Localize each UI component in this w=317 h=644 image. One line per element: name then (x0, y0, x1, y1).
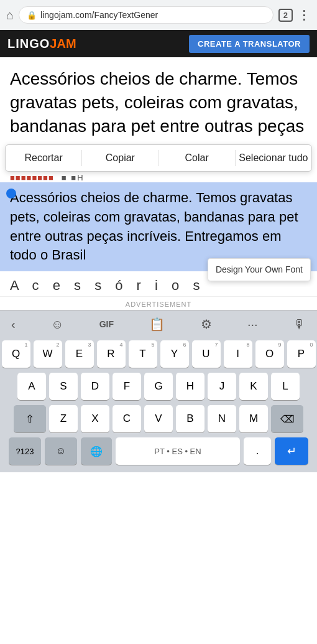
lingo-logo[interactable]: LINGO JAM (7, 37, 76, 51)
delete-key[interactable]: ⌫ (271, 405, 303, 432)
clipboard-icon[interactable]: 📋 (144, 314, 170, 334)
design-font-tooltip[interactable]: Design Your Own Font (208, 258, 311, 282)
browser-menu-icon[interactable]: ⋮ (298, 7, 311, 22)
key-a[interactable]: A (17, 373, 46, 400)
key-f[interactable]: F (113, 373, 141, 400)
top-text-display: Acessórios cheios de charme. Temos grava… (0, 57, 317, 138)
selected-text: Acessórios cheios de charme. Temos grava… (10, 190, 298, 263)
advertisement-bar: ADVERTISEMENT (0, 296, 317, 310)
url-text: lingojam.com/FancyTextGener (40, 10, 265, 20)
key-h[interactable]: H (176, 373, 204, 400)
key-e[interactable]: E3 (65, 340, 94, 368)
more-icon[interactable]: ··· (242, 315, 263, 334)
mini-gray-text: ■ ■H (62, 173, 85, 182)
key-t[interactable]: T5 (129, 340, 157, 368)
key-o[interactable]: O9 (255, 340, 284, 368)
keyboard-toolbar: ‹ ☺ GIF 📋 ⚙ ··· 🎙 (0, 310, 317, 338)
url-bar[interactable]: 🔒 lingojam.com/FancyTextGener (19, 6, 273, 24)
key-q[interactable]: Q1 (2, 340, 30, 368)
selection-handle-left (6, 189, 16, 198)
key-u[interactable]: U7 (192, 340, 221, 368)
shift-key[interactable]: ⇧ (14, 405, 46, 432)
cut-menu-item[interactable]: Recortar (6, 150, 82, 166)
keyboard-row-1: Q1 W2 E3 R4 T5 Y6 U7 I8 O9 P0 (1, 340, 316, 368)
select-all-menu-item[interactable]: Selecionar tudo (236, 150, 311, 166)
content-area: Acessórios cheios de charme. Temos grava… (0, 57, 317, 310)
emoji-keyboard-icon[interactable]: ☺ (46, 315, 68, 334)
key-v[interactable]: V (144, 405, 173, 432)
create-translator-button[interactable]: CREATE A TRANSLATOR (189, 35, 310, 53)
key-x[interactable]: X (81, 405, 109, 432)
globe-key[interactable]: 🌐 (81, 437, 112, 465)
key-l[interactable]: L (271, 373, 300, 400)
return-key[interactable]: ↵ (275, 437, 308, 465)
mini-text-row: ■■■■■■■■ ■ ■H (0, 172, 317, 182)
logo-lingo: LINGO (7, 37, 50, 51)
logo-jam: JAM (50, 37, 76, 51)
key-r[interactable]: R4 (97, 340, 126, 368)
gif-button[interactable]: GIF (94, 317, 119, 332)
back-icon[interactable]: ‹ (6, 315, 21, 334)
key-d[interactable]: D (81, 373, 109, 400)
key-y[interactable]: Y6 (160, 340, 189, 368)
key-m[interactable]: M (239, 405, 268, 432)
key-b[interactable]: B (176, 405, 204, 432)
key-j[interactable]: J (208, 373, 236, 400)
context-menu: Recortar Copiar Colar Selecionar tudo (5, 144, 312, 172)
mini-red-text: ■■■■■■■■ (10, 173, 54, 182)
key-c[interactable]: C (113, 405, 141, 432)
key-p[interactable]: P0 (287, 340, 316, 368)
space-key[interactable]: PT • ES • EN (116, 437, 240, 465)
keyboard-row-4: ?123 ☺ 🌐 PT • ES • EN . ↵ (1, 437, 316, 465)
key-i[interactable]: I8 (224, 340, 252, 368)
emoji-key[interactable]: ☺ (45, 437, 77, 465)
key-k[interactable]: K (239, 373, 268, 400)
browser-bar: ⌂ 🔒 lingojam.com/FancyTextGener 2 ⋮ (0, 0, 317, 30)
home-icon[interactable]: ⌂ (6, 8, 14, 22)
keyboard: Q1 W2 E3 R4 T5 Y6 U7 I8 O9 P0 A S D F G … (0, 338, 317, 472)
key-z[interactable]: Z (49, 405, 78, 432)
settings-icon[interactable]: ⚙ (196, 314, 217, 334)
tabs-badge[interactable]: 2 (278, 9, 293, 22)
lock-icon: 🔒 (27, 11, 37, 20)
key-s[interactable]: S (49, 373, 78, 400)
keyboard-row-2: A S D F G H J K L (1, 373, 316, 400)
key-n[interactable]: N (208, 405, 236, 432)
key-w[interactable]: W2 (34, 340, 62, 368)
lingo-header: LINGO JAM CREATE A TRANSLATOR (0, 30, 317, 57)
numbers-key[interactable]: ?123 (9, 437, 41, 465)
copy-menu-item[interactable]: Copiar (82, 150, 158, 166)
key-g[interactable]: G (144, 373, 173, 400)
period-key[interactable]: . (244, 437, 271, 465)
keyboard-row-3: ⇧ Z X C V B N M ⌫ (1, 405, 316, 432)
mic-icon[interactable]: 🎙 (288, 315, 311, 334)
selected-text-block[interactable]: Acessórios cheios de charme. Temos grava… (0, 182, 317, 271)
paste-menu-item[interactable]: Colar (159, 150, 236, 166)
